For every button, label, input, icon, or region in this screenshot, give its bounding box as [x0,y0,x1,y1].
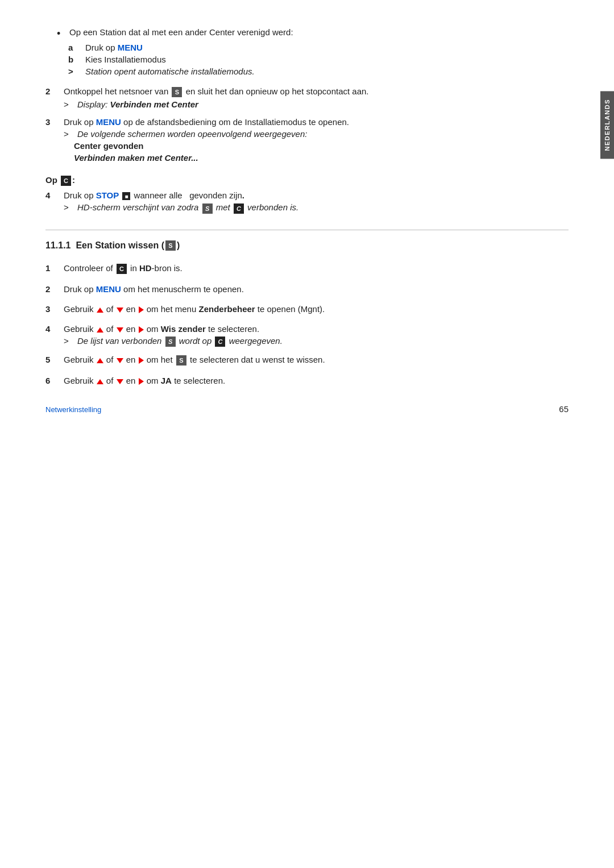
sec11-step-1-content: Controleer of C in HD-bron is. [64,263,569,274]
step-3-block: 3 Druk op MENU op de afstandsbediening o… [45,117,569,163]
sec11-step-6-num: 6 [45,376,64,385]
sec11-step-6-content: Gebruik of en om JA te selecteren. [64,376,569,385]
sec11-step-4-content: Gebruik of en om Wis zender te selectere… [64,324,569,334]
menu-highlight-3: MENU [96,117,121,127]
sec11-step-2-content: Druk op MENU om het menuscherm te openen… [64,284,569,294]
icon-s-s4: S [165,337,176,347]
triangle-down-s6 [117,379,123,384]
step-2: 2 Ontkoppel het netsnoer van S en sluit … [45,86,569,97]
sec11-step-1-num: 1 [45,263,64,273]
triangle-up-s3 [97,308,103,313]
triangle-up-s5 [97,358,103,363]
step-3-result-lines: Center gevonden Verbinden maken met Cent… [45,141,569,163]
sec11-step-1: 1 Controleer of C in HD-bron is. [45,263,569,274]
sub-text-arrow: Station opent automatische installatiemo… [85,67,255,76]
bullet-intro: • Op een Station dat al met een ander Ce… [45,27,569,40]
sec11-step-4: 4 Gebruik of en om Wis zender te selecte… [45,324,569,334]
bullet-intro-text: Op een Station dat al met een ander Cent… [69,27,293,37]
sec11-step-3: 3 Gebruik of en om het menu Zenderbeheer… [45,304,569,314]
triangle-up-s6 [97,379,103,384]
triangle-right-s6 [139,378,144,385]
sec11-step-4-block: 4 Gebruik of en om Wis zender te selecte… [45,324,569,347]
icon-c-4: C [234,203,244,214]
triangle-up-s4 [97,327,103,333]
page-footer: Netwerkinstelling 65 [45,404,569,414]
sec11-step-5-num: 5 [45,355,64,364]
triangle-down-s5 [117,358,123,363]
sec11-step-4-num: 4 [45,324,64,334]
section-heading-11: 11.1.1 Een Station wissen (S) [45,240,569,251]
result-arrow-3: > [64,129,74,139]
sub-item-a: a Druk op MENU [68,43,569,52]
top-section: • Op een Station dat al met een ander Ce… [45,27,569,76]
icon-stop-sq: ■ [122,192,130,200]
section-divider [45,230,569,230]
result-arrow-2: > [64,99,74,109]
result-arrow-s4: > [64,336,74,346]
menu-highlight-s2: MENU [96,284,121,294]
step-4: 4 Druk op STOP ■ wanneer alle gevonden z… [45,190,569,200]
step-2-block: 2 Ontkoppel het netsnoer van S en sluit … [45,86,569,109]
stop-highlight-4: STOP [96,190,119,200]
step-2-content: Ontkoppel het netsnoer van S en sluit he… [64,86,569,97]
sec11-step-5: 5 Gebruik of en om het S te selecteren d… [45,355,569,366]
step-4-num: 4 [45,190,64,200]
icon-s-2: S [172,87,182,97]
sec11-step-3-content: Gebruik of en om het menu Zenderbeheer t… [64,304,569,314]
sec11-step-2: 2 Druk op MENU om het menuscherm te open… [45,284,569,294]
icon-c-s4: C [215,337,225,347]
step-4-content: Druk op STOP ■ wanneer alle gevonden zij… [64,190,569,200]
step-3-content: Druk op MENU op de afstandsbediening om … [64,117,569,127]
icon-s-heading: S [165,240,176,251]
result-text-s4: De lijst van verbonden S wordt op C weer… [77,336,283,347]
sub-item-arrow: > Station opent automatische installatie… [68,67,569,76]
triangle-right-s4 [139,326,144,333]
result-text-4: HD-scherm verschijnt van zodra S met C v… [77,202,298,213]
sec11-step-4-result: > De lijst van verbonden S wordt op C we… [45,336,569,347]
step-2-result: > Display: Verbinden met Center [45,99,569,109]
menu-highlight-a: MENU [118,43,143,52]
sub-text-b: Kies Installatiemodus [85,55,166,64]
sub-item-b: b Kies Installatiemodus [68,55,569,64]
icon-s-4: S [202,203,213,214]
triangle-right-s5 [139,357,144,364]
sec11-step-2-num: 2 [45,284,64,294]
footer-right: 65 [559,404,569,414]
sec11-step-5-content: Gebruik of en om het S te selecteren dat… [64,355,569,366]
step-2-num: 2 [45,86,64,96]
sub-text-a: Druk op MENU [85,43,143,52]
icon-c-s1: C [117,264,127,274]
result-verbinden: Verbinden maken met Center... [74,153,569,163]
sec11-step-6: 6 Gebruik of en om JA te selecteren. [45,376,569,385]
bullet-dot: • [57,27,67,40]
triangle-right-s3 [139,306,144,313]
sub-label-b: b [68,55,81,64]
sec11-step-3-num: 3 [45,304,64,314]
triangle-down-s3 [117,308,123,313]
sub-list: a Druk op MENU b Kies Installatiemodus >… [68,43,569,76]
result-text-2: Display: Verbinden met Center [77,99,198,109]
step-4-result: > HD-scherm verschijnt van zodra S met C… [45,202,569,213]
sub-label-arrow: > [68,67,81,76]
triangle-down-s4 [117,327,123,333]
sub-label-a: a [68,43,81,52]
result-arrow-4: > [64,202,74,212]
op-c-heading: Op C: [45,175,569,186]
result-text-3a: De volgende schermen worden opeenvolgend… [77,129,307,139]
step-3-num: 3 [45,117,64,127]
page-container: NEDERLANDS • Op een Station dat al met e… [0,0,614,430]
sidebar-tab: NEDERLANDS [600,91,614,159]
icon-s-s5: S [176,355,186,366]
step-3: 3 Druk op MENU op de afstandsbediening o… [45,117,569,127]
icon-c-heading: C [61,176,71,186]
step-3-result1: > De volgende schermen worden opeenvolge… [45,129,569,139]
footer-left: Netwerkinstelling [45,405,101,414]
result-center-gevonden: Center gevonden [74,141,569,151]
